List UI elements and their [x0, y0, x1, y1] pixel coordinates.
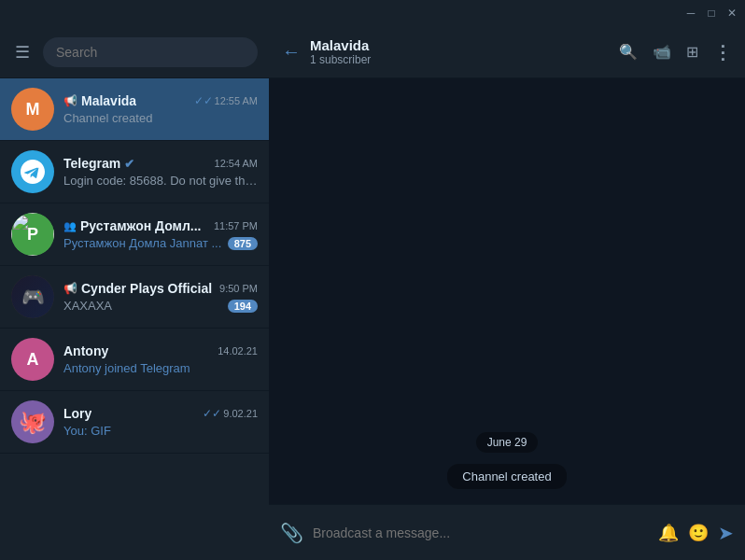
message-input[interactable] [313, 525, 649, 540]
maximize-button[interactable]: □ [706, 7, 717, 19]
minimize-button[interactable]: ─ [685, 7, 696, 19]
system-message: Channel created [447, 464, 566, 489]
group-icon-rustamjon: 👥 [63, 220, 77, 232]
chat-header-name: Malavida [310, 37, 610, 53]
chat-preview-antony: Antony joined Telegram [63, 361, 258, 375]
chat-time-rustamjon: 11:57 PM [214, 220, 258, 231]
chat-info-malavida: 📢 Malavida ✓✓12:55 AM Channel created [63, 93, 258, 125]
chat-area: ← Malavida 1 subscriber 🔍 📹 ⊞ ⋮ June 29 … [269, 26, 745, 560]
chat-preview-cynder: ХАХАХА 194 [63, 299, 258, 313]
chat-item-cynder[interactable]: 🎮 📢 Cynder Plays Official 9:50 PM ХАХАХА… [0, 266, 269, 329]
chat-item-telegram[interactable]: Telegram ✔ 12:54 AM Login code: 85688. D… [0, 141, 269, 203]
chat-name-antony: Antony [63, 343, 108, 358]
chat-time-lory: ✓✓9.02.21 [203, 407, 258, 420]
chat-header-subscribers: 1 subscriber [310, 53, 610, 66]
emoji-button[interactable]: 🙂 [688, 523, 709, 543]
chat-top-antony: Antony 14.02.21 [63, 343, 258, 358]
chat-name-rustamjon: 👥 Рустамжон Домл... [63, 218, 201, 233]
chat-item-antony[interactable]: A Antony 14.02.21 Antony joined Telegram [0, 329, 269, 391]
search-header-button[interactable]: 🔍 [619, 43, 638, 61]
hamburger-icon[interactable]: ☰ [11, 42, 34, 63]
chat-info-rustamjon: 👥 Рустамжон Домл... 11:57 PM Рустамжон Д… [63, 218, 258, 250]
preview-text-cynder: ХАХАХА [63, 299, 112, 313]
chat-header: ← Malavida 1 subscriber 🔍 📹 ⊞ ⋮ [269, 26, 745, 78]
chat-time-malavida: ✓✓12:55 AM [194, 94, 258, 107]
preview-text-malavida: Channel created [63, 111, 152, 125]
titlebar: ─ □ ✕ [0, 0, 745, 26]
chat-item-lory[interactable]: 🐙 Lory ✓✓9.02.21 You: GIF [0, 391, 269, 454]
avatar-lory: 🐙 [11, 400, 54, 443]
chat-info-telegram: Telegram ✔ 12:54 AM Login code: 85688. D… [63, 156, 258, 188]
main-layout: ☰ M 📢 Malavida ✓✓12:55 AM [0, 26, 745, 560]
video-header-button[interactable]: 📹 [653, 43, 671, 61]
chat-info-cynder: 📢 Cynder Plays Official 9:50 PM ХАХАХА 1… [63, 281, 258, 313]
sidebar-header: ☰ [0, 26, 269, 78]
avatar-malavida: M [11, 88, 54, 131]
chat-list: M 📢 Malavida ✓✓12:55 AM Channel created [0, 78, 269, 560]
chat-messages: June 29 Channel created [269, 78, 745, 504]
chat-item-malavida[interactable]: M 📢 Malavida ✓✓12:55 AM Channel created [0, 78, 269, 141]
chat-preview-rustamjon: Рустамжон Домла Jannат ... 875 [63, 236, 258, 250]
chat-header-info: Malavida 1 subscriber [310, 37, 610, 66]
chat-input-area: 📎 🔔 🙂 ➤ [269, 504, 745, 560]
chat-name-lory: Lory [63, 406, 91, 421]
chat-item-rustamjon[interactable]: Р 👥 Рустамжон Домл... 11:57 PM Рустамжон… [0, 203, 269, 266]
close-button[interactable]: ✕ [726, 7, 738, 19]
chat-name-cynder: 📢 Cynder Plays Official [63, 281, 212, 296]
send-button[interactable]: ➤ [718, 522, 734, 544]
avatar-telegram [11, 150, 54, 193]
channel-icon-malavida: 📢 [63, 94, 77, 107]
badge-cynder: 194 [228, 300, 258, 313]
bell-button[interactable]: 🔔 [658, 523, 679, 543]
avatar-cynder: 🎮 [11, 275, 54, 318]
chat-top-telegram: Telegram ✔ 12:54 AM [63, 156, 258, 171]
more-header-button[interactable]: ⋮ [713, 41, 732, 63]
avatar-rustamjon: Р [11, 213, 54, 256]
chat-info-antony: Antony 14.02.21 Antony joined Telegram [63, 343, 258, 375]
chat-top-malavida: 📢 Malavida ✓✓12:55 AM [63, 93, 258, 108]
badge-rustamjon: 875 [228, 237, 258, 250]
chat-top-lory: Lory ✓✓9.02.21 [63, 406, 258, 421]
chat-preview-lory: You: GIF [63, 424, 258, 438]
chat-name-malavida: 📢 Malavida [63, 93, 136, 108]
double-check-malavida: ✓✓ [194, 94, 213, 107]
verified-icon-telegram: ✔ [124, 157, 134, 171]
chat-time-cynder: 9:50 PM [219, 283, 258, 294]
sidebar: ☰ M 📢 Malavida ✓✓12:55 AM [0, 26, 269, 560]
attach-button[interactable]: 📎 [280, 522, 303, 544]
chat-top-cynder: 📢 Cynder Plays Official 9:50 PM [63, 281, 258, 296]
chat-time-telegram: 12:54 AM [215, 158, 258, 169]
chat-info-lory: Lory ✓✓9.02.21 You: GIF [63, 406, 258, 438]
preview-text-telegram: Login code: 85688. Do not give thi... [63, 174, 258, 188]
preview-text-lory: You: GIF [63, 424, 111, 438]
chat-preview-malavida: Channel created [63, 111, 258, 125]
chat-time-antony: 14.02.21 [218, 345, 258, 357]
double-check-lory: ✓✓ [203, 407, 221, 420]
layout-header-button[interactable]: ⊞ [686, 43, 698, 61]
avatar-antony: A [11, 338, 54, 381]
chat-preview-telegram: Login code: 85688. Do not give thi... [63, 174, 258, 188]
date-badge: June 29 [476, 432, 539, 453]
preview-text-antony: Antony joined Telegram [63, 361, 190, 375]
header-actions: 🔍 📹 ⊞ ⋮ [619, 41, 732, 63]
channel-icon-cynder: 📢 [63, 282, 77, 295]
preview-text-rustamjon: Рустамжон Домла Jannат ... [63, 236, 221, 250]
search-input[interactable] [43, 37, 258, 67]
chat-top-rustamjon: 👥 Рустамжон Домл... 11:57 PM [63, 218, 258, 233]
chat-name-telegram: Telegram ✔ [63, 156, 134, 171]
back-button[interactable]: ← [282, 41, 301, 63]
